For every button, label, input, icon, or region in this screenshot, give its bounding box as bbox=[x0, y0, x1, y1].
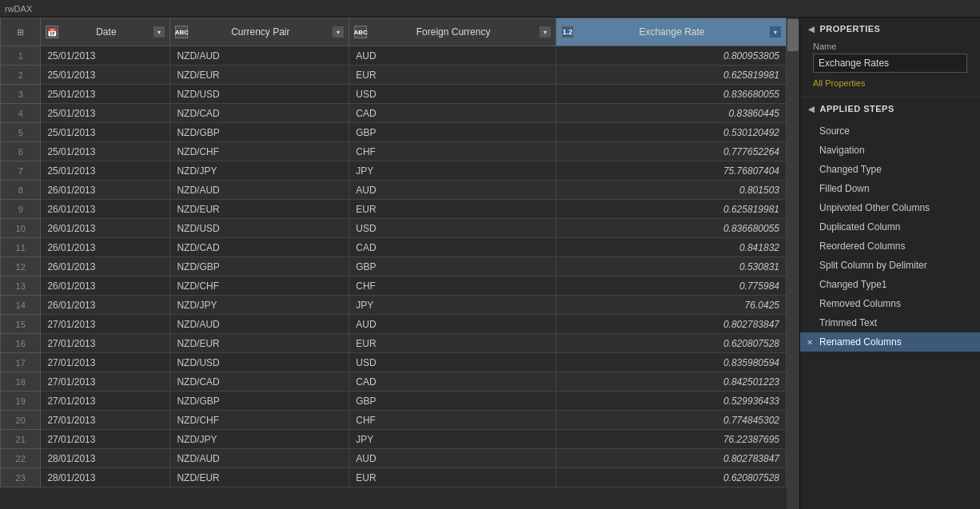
col-header-date[interactable]: 📅 Date ▾ bbox=[41, 18, 170, 46]
col-header-exchange-rate[interactable]: 1.2 Exchange Rate ▾ bbox=[556, 18, 786, 46]
col-header-foreign-currency[interactable]: ABC Foreign Currency ▾ bbox=[349, 18, 556, 46]
right-panel: ◀ PROPERTIES Name Exchange Rates All Pro… bbox=[799, 18, 980, 509]
date-cell: 27/01/2013 bbox=[41, 372, 170, 392]
title-label: rwDAX bbox=[5, 4, 32, 14]
step-item-removedColumns[interactable]: Removed Columns bbox=[800, 294, 980, 313]
date-cell: 27/01/2013 bbox=[41, 315, 170, 334]
date-cell: 28/01/2013 bbox=[41, 449, 170, 468]
pair-cell: NZD/AUD bbox=[170, 181, 349, 200]
date-cell: 28/01/2013 bbox=[41, 468, 170, 487]
table-row: 8 26/01/2013 NZD/AUD AUD 0.801503 bbox=[1, 181, 787, 200]
step-item-source[interactable]: Source bbox=[800, 121, 980, 141]
row-num: 11 bbox=[1, 238, 41, 257]
applied-steps-section: ◀ APPLIED STEPS SourceNavigationChanged … bbox=[800, 97, 980, 509]
rate-cell: 76.0425 bbox=[556, 296, 786, 315]
rate-cell: 0.836680055 bbox=[556, 85, 786, 104]
date-cell: 25/01/2013 bbox=[41, 104, 170, 123]
col-header-currency-pair[interactable]: ABC Currency Pair ▾ bbox=[170, 18, 349, 46]
step-item-renamedColumns[interactable]: Renamed Columns bbox=[800, 332, 980, 352]
col-date-label: Date bbox=[62, 26, 150, 38]
name-property-row: Name Exchange Rates bbox=[800, 40, 980, 78]
row-num: 14 bbox=[1, 296, 41, 315]
scroll-track[interactable] bbox=[787, 18, 799, 509]
steps-list: SourceNavigationChanged TypeFilled DownU… bbox=[800, 120, 980, 509]
foreign-cell: CHF bbox=[349, 142, 556, 161]
table-row: 22 28/01/2013 NZD/AUD AUD 0.802783847 bbox=[1, 449, 787, 468]
foreign-dropdown-icon[interactable]: ▾ bbox=[540, 26, 551, 38]
foreign-cell: JPY bbox=[349, 161, 556, 181]
foreign-cell: AUD bbox=[349, 449, 556, 468]
foreign-cell: USD bbox=[349, 353, 556, 372]
row-num: 21 bbox=[1, 430, 41, 449]
table-row: 15 27/01/2013 NZD/AUD AUD 0.802783847 bbox=[1, 315, 787, 334]
foreign-cell: CHF bbox=[349, 276, 556, 296]
rate-cell: 76.22387695 bbox=[556, 430, 786, 449]
rate-cell: 0.842501223 bbox=[556, 372, 786, 392]
foreign-cell: AUD bbox=[349, 46, 556, 66]
step-item-reorderedColumns[interactable]: Reordered Columns bbox=[800, 237, 980, 256]
rate-cell: 0.530831 bbox=[556, 257, 786, 276]
date-cell: 27/01/2013 bbox=[41, 392, 170, 411]
date-cell: 25/01/2013 bbox=[41, 66, 170, 85]
foreign-cell: AUD bbox=[349, 315, 556, 334]
pair-cell: NZD/GBP bbox=[170, 257, 349, 276]
foreign-type-icon: ABC bbox=[354, 26, 367, 38]
table-row: 13 26/01/2013 NZD/CHF CHF 0.775984 bbox=[1, 276, 787, 296]
pair-dropdown-icon[interactable]: ▾ bbox=[333, 26, 344, 38]
date-cell: 26/01/2013 bbox=[41, 238, 170, 257]
foreign-cell: CAD bbox=[349, 238, 556, 257]
row-num: 19 bbox=[1, 392, 41, 411]
table-row: 20 27/01/2013 NZD/CHF CHF 0.774845302 bbox=[1, 411, 787, 430]
rate-dropdown-icon[interactable]: ▾ bbox=[770, 26, 781, 38]
rate-cell: 0.83860445 bbox=[556, 104, 786, 123]
step-item-navigation[interactable]: Navigation bbox=[800, 141, 980, 160]
step-item-duplicatedColumn[interactable]: Duplicated Column bbox=[800, 217, 980, 237]
foreign-cell: GBP bbox=[349, 257, 556, 276]
table-row: 14 26/01/2013 NZD/JPY JPY 76.0425 bbox=[1, 296, 787, 315]
steps-arrow-icon: ◀ bbox=[808, 105, 815, 113]
pair-cell: NZD/EUR bbox=[170, 468, 349, 487]
scrollbar[interactable] bbox=[787, 18, 799, 509]
scroll-thumb[interactable] bbox=[787, 19, 799, 51]
rate-cell: 0.835980594 bbox=[556, 353, 786, 372]
table-row: 3 25/01/2013 NZD/USD USD 0.836680055 bbox=[1, 85, 787, 104]
date-dropdown-icon[interactable]: ▾ bbox=[153, 26, 165, 38]
row-num: 12 bbox=[1, 257, 41, 276]
step-item-filledDown[interactable]: Filled Down bbox=[800, 179, 980, 198]
pair-cell: NZD/CAD bbox=[170, 104, 349, 123]
date-cell: 27/01/2013 bbox=[41, 334, 170, 353]
all-properties-link[interactable]: All Properties bbox=[800, 75, 878, 91]
date-cell: 25/01/2013 bbox=[41, 46, 170, 66]
pair-cell: NZD/AUD bbox=[170, 46, 349, 66]
row-num: 17 bbox=[1, 353, 41, 372]
pair-cell: NZD/USD bbox=[170, 219, 349, 238]
step-item-unpivotedOtherColumns[interactable]: Unpivoted Other Columns bbox=[800, 198, 980, 217]
step-item-trimmedText[interactable]: Trimmed Text bbox=[800, 313, 980, 332]
date-cell: 25/01/2013 bbox=[41, 142, 170, 161]
col-foreign-label: Foreign Currency bbox=[370, 26, 536, 38]
rate-cell: 0.777652264 bbox=[556, 142, 786, 161]
name-value-box[interactable]: Exchange Rates bbox=[813, 54, 967, 73]
step-item-changedType[interactable]: Changed Type bbox=[800, 160, 980, 179]
foreign-cell: CAD bbox=[349, 104, 556, 123]
step-item-splitColumnByDelimiter[interactable]: Split Column by Delimiter bbox=[800, 256, 980, 275]
pair-cell: NZD/USD bbox=[170, 85, 349, 104]
step-item-changedType1[interactable]: Changed Type1 bbox=[800, 275, 980, 294]
rate-cell: 0.620807528 bbox=[556, 468, 786, 487]
foreign-cell: GBP bbox=[349, 123, 556, 142]
pair-cell: NZD/JPY bbox=[170, 296, 349, 315]
foreign-cell: AUD bbox=[349, 181, 556, 200]
table-container[interactable]: ⊞ 📅 Date ▾ ABC bbox=[0, 18, 787, 509]
row-num: 3 bbox=[1, 85, 41, 104]
row-num: 23 bbox=[1, 468, 41, 487]
pair-cell: NZD/EUR bbox=[170, 334, 349, 353]
table-row: 16 27/01/2013 NZD/EUR EUR 0.620807528 bbox=[1, 334, 787, 353]
rate-cell: 0.625819981 bbox=[556, 200, 786, 219]
pair-cell: NZD/AUD bbox=[170, 315, 349, 334]
applied-steps-header: ◀ APPLIED STEPS bbox=[800, 97, 980, 120]
foreign-cell: USD bbox=[349, 85, 556, 104]
date-cell: 25/01/2013 bbox=[41, 85, 170, 104]
foreign-cell: EUR bbox=[349, 468, 556, 487]
row-num: 2 bbox=[1, 66, 41, 85]
row-num: 6 bbox=[1, 142, 41, 161]
